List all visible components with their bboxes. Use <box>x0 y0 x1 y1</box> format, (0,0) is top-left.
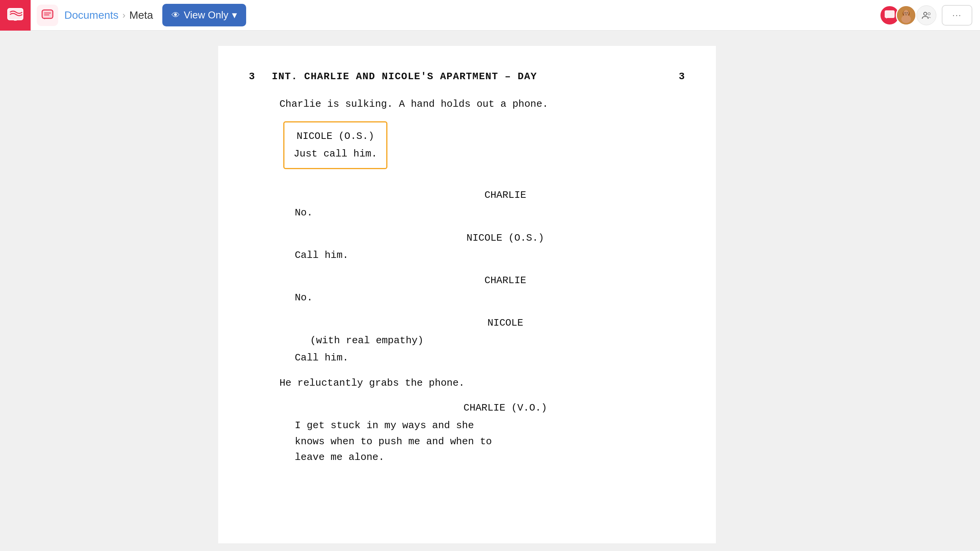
dialogue-block-0: CHARLIE No. <box>249 187 685 221</box>
toolbar: Documents › Meta 👁 View Only ▾ <box>0 0 980 31</box>
more-label: ··· <box>952 10 962 20</box>
view-only-label: View Only <box>184 9 229 21</box>
dialogue-block-3: NICOLE (with real empathy) Call him. <box>249 315 685 366</box>
breadcrumb-separator: › <box>122 10 126 21</box>
parenthetical-3: (with real empathy) <box>310 333 685 349</box>
character-name-0: CHARLIE <box>325 187 685 204</box>
character-name-3: NICOLE <box>325 315 685 331</box>
document-container: 3 INT. CHARLIE AND NICOLE'S APARTMENT – … <box>38 31 896 551</box>
dialogue-text-3: Call him. <box>295 350 609 366</box>
scene-heading-text: INT. CHARLIE AND NICOLE'S APARTMENT – DA… <box>272 69 670 85</box>
svg-point-14 <box>924 12 927 15</box>
svg-point-12 <box>905 12 906 13</box>
character-name-2: CHARLIE <box>325 273 685 289</box>
eye-icon: 👁 <box>172 10 180 20</box>
people-icon-button[interactable] <box>916 5 936 25</box>
dialogue-block-2: CHARLIE No. <box>249 273 685 306</box>
right-sidebar <box>896 31 980 551</box>
breadcrumb-documents-link[interactable]: Documents <box>64 9 119 21</box>
app-logo <box>0 0 31 31</box>
dialogue-block-1: NICOLE (O.S.) Call him. <box>249 230 685 264</box>
svg-point-13 <box>906 12 908 13</box>
comment-button[interactable] <box>37 5 58 26</box>
document-page: 3 INT. CHARLIE AND NICOLE'S APARTMENT – … <box>218 46 716 543</box>
highlighted-dialogue-text: Just call him. <box>294 146 377 162</box>
toolbar-right: ··· <box>880 5 972 26</box>
dialogue-block-final: CHARLIE (V.O.) I get stuck in my ways an… <box>249 400 685 465</box>
avatar-group <box>880 5 936 26</box>
action-line-2: He reluctantly grabs the phone. <box>279 375 685 391</box>
action-line-1: Charlie is sulking. A hand holds out a p… <box>279 96 685 112</box>
svg-point-15 <box>928 13 930 15</box>
chevron-down-icon: ▾ <box>232 9 237 21</box>
avatar-user2 <box>896 5 916 26</box>
dialogue-text-2: No. <box>295 290 609 306</box>
character-name-1: NICOLE (O.S.) <box>325 230 685 246</box>
breadcrumb: Documents › Meta <box>64 9 153 21</box>
dialogue-text-0: No. <box>295 205 609 221</box>
svg-point-10 <box>902 15 911 23</box>
dialogue-text-final: I get stuck in my ways and she knows whe… <box>295 418 609 466</box>
scene-heading: 3 INT. CHARLIE AND NICOLE'S APARTMENT – … <box>249 69 685 85</box>
main-area: 3 INT. CHARLIE AND NICOLE'S APARTMENT – … <box>0 31 980 551</box>
left-sidebar <box>0 31 38 551</box>
more-options-button[interactable]: ··· <box>942 5 972 26</box>
scene-number-left: 3 <box>249 69 264 85</box>
svg-rect-2 <box>42 10 53 18</box>
breadcrumb-meta: Meta <box>129 9 153 21</box>
highlighted-dialogue-wrapper: NICOLE (O.S.) Just call him. <box>249 121 685 178</box>
character-name-final: CHARLIE (V.O.) <box>325 400 685 416</box>
scene-number-right: 3 <box>670 69 685 85</box>
highlighted-character-name: NICOLE (O.S.) <box>294 129 377 145</box>
view-only-button[interactable]: 👁 View Only ▾ <box>162 4 247 26</box>
svg-rect-6 <box>885 10 895 18</box>
dialogue-text-1: Call him. <box>295 248 609 264</box>
highlighted-dialogue-block: NICOLE (O.S.) Just call him. <box>283 121 387 169</box>
